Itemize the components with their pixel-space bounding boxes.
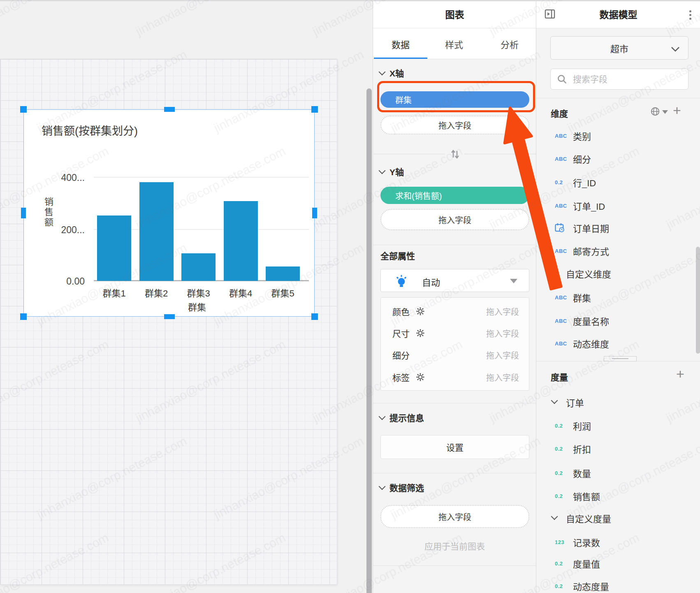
x-category-label: 群集3 <box>187 286 210 299</box>
property-row-size[interactable]: 尺寸 拖入字段 <box>392 326 519 340</box>
tab-style[interactable]: 样式 <box>445 37 463 51</box>
filter-dropzone[interactable]: 拖入字段 <box>380 505 529 528</box>
y-axis-label: Y轴 <box>389 165 404 178</box>
x-category-label: 群集2 <box>145 286 168 299</box>
search-input[interactable] <box>572 72 681 87</box>
abc-icon: ABC <box>555 203 569 209</box>
bar-cluster3[interactable] <box>181 253 216 281</box>
number-icon: 0.2 <box>555 470 569 476</box>
tab-analysis[interactable]: 分析 <box>501 37 519 51</box>
gear-icon[interactable] <box>415 306 425 316</box>
field-label: 记录数 <box>573 535 600 549</box>
divider <box>373 403 536 403</box>
active-tab-indicator <box>374 58 427 59</box>
field-search[interactable] <box>550 69 688 90</box>
property-row-breakdown[interactable]: 细分 拖入字段 <box>392 348 519 362</box>
drop-hint[interactable]: 拖入字段 <box>486 349 519 361</box>
number-icon: 0.2 <box>555 179 569 185</box>
dimensions-header: 维度 <box>551 107 568 119</box>
resize-handle-e[interactable] <box>312 208 317 218</box>
y-axis-title: 销售额 <box>41 197 54 246</box>
y-axis-section-header[interactable]: Y轴 <box>380 165 404 178</box>
number-icon: 0.2 <box>555 561 569 567</box>
filter-scope-note: 应用于当前图表 <box>373 540 536 552</box>
chart-panel-tabs: 数据 样式 分析 <box>373 28 536 59</box>
field-label: 群集 <box>573 291 591 304</box>
swap-axes-icon[interactable] <box>449 148 461 160</box>
x-axis-section-header[interactable]: X轴 <box>380 67 404 79</box>
drop-hint[interactable]: 拖入字段 <box>486 371 519 383</box>
number-icon: 0.2 <box>555 423 569 429</box>
add-dimension-button[interactable]: + <box>673 106 681 114</box>
measures-header: 度量 <box>551 371 568 383</box>
bar-cluster4[interactable] <box>224 201 258 281</box>
filter-section-header[interactable]: 数据筛选 <box>380 481 424 493</box>
property-row-label[interactable]: 标签 拖入字段 <box>392 370 519 384</box>
dataset-select[interactable]: 超市 <box>550 36 688 60</box>
resize-handle-s[interactable] <box>164 314 175 319</box>
collapse-panel-icon[interactable] <box>544 8 556 20</box>
field-label: 类别 <box>573 129 591 142</box>
field-label: 折扣 <box>573 442 591 455</box>
divider <box>373 473 536 473</box>
resize-handle-nw[interactable] <box>20 106 27 113</box>
more-menu-icon[interactable] <box>689 9 691 21</box>
abc-icon: ABC <box>555 294 569 301</box>
field-label: 细分 <box>573 152 591 165</box>
render-mode-dropdown[interactable]: 自动 <box>380 269 529 292</box>
globe-caret-icon[interactable] <box>662 110 668 114</box>
gear-icon[interactable] <box>415 328 425 338</box>
globe-icon[interactable] <box>650 106 661 117</box>
chevron-down-icon <box>551 269 558 276</box>
drop-hint[interactable]: 拖入字段 <box>486 306 519 317</box>
tab-data[interactable]: 数据 <box>392 37 410 51</box>
chevron-down-icon <box>379 483 386 490</box>
watermark-text: jinhanxiao@corp.netease.com <box>0 0 111 39</box>
property-row-color[interactable]: 颜色 拖入字段 <box>392 304 519 318</box>
x-axis-label: X轴 <box>389 67 404 79</box>
dataset-name: 超市 <box>610 42 628 55</box>
y-axis-field-pill[interactable]: 求和(销售额) <box>380 187 529 204</box>
fields-scrollbar[interactable] <box>696 247 700 354</box>
bar-cluster2[interactable] <box>139 182 174 281</box>
plot-area <box>94 167 309 281</box>
field-label: 动态维度 <box>573 337 609 350</box>
bar-cluster5[interactable] <box>266 266 300 281</box>
chart-panel-header: 图表 <box>373 0 536 28</box>
drop-hint[interactable]: 拖入字段 <box>486 327 519 339</box>
field-label: 订单_ID <box>573 199 605 212</box>
bar-cluster1[interactable] <box>97 215 131 281</box>
resize-handle-w[interactable] <box>21 208 26 218</box>
abc-icon: ABC <box>555 133 569 139</box>
y-axis-dropzone[interactable]: 拖入字段 <box>380 209 529 230</box>
top-border <box>0 0 700 1</box>
x-category-label: 群集4 <box>229 286 252 299</box>
add-measure-button[interactable]: + <box>676 370 684 378</box>
property-label: 颜色 <box>392 305 410 317</box>
panel-splitter-handle[interactable] <box>604 356 637 361</box>
resize-handle-sw[interactable] <box>20 313 27 320</box>
canvas-vertical-scrollbar[interactable] <box>366 88 372 593</box>
field-label: 邮寄方式 <box>573 244 609 257</box>
tooltip-settings-button[interactable]: 设置 <box>380 435 529 459</box>
render-mode-value: 自动 <box>422 275 440 288</box>
resize-handle-n[interactable] <box>164 107 175 112</box>
abc-icon: ABC <box>555 318 569 324</box>
property-label: 细分 <box>392 349 410 361</box>
watermark-text: jinhanxiao@corp.netease.com <box>133 0 287 39</box>
chevron-down-icon <box>379 167 386 174</box>
tooltip-section-header[interactable]: 提示信息 <box>380 411 424 424</box>
chevron-down-icon <box>671 46 680 52</box>
y-tick: 200... <box>47 225 85 236</box>
calendar-icon <box>554 222 566 234</box>
chart-card[interactable]: 销售额(按群集划分) 销售额 400... 200... 0.00 群集1 群集… <box>23 109 315 317</box>
x-axis-dropzone[interactable]: 拖入字段 <box>380 116 529 134</box>
property-label: 尺寸 <box>392 327 410 339</box>
resize-handle-ne[interactable] <box>311 106 318 113</box>
field-label: 数量 <box>573 466 591 479</box>
x-category-label: 群集5 <box>271 286 294 299</box>
resize-handle-se[interactable] <box>311 313 318 320</box>
app-window: 销售额(按群集划分) 销售额 400... 200... 0.00 群集1 群集… <box>0 0 700 593</box>
property-label: 标签 <box>392 371 410 383</box>
gear-icon[interactable] <box>415 372 425 382</box>
